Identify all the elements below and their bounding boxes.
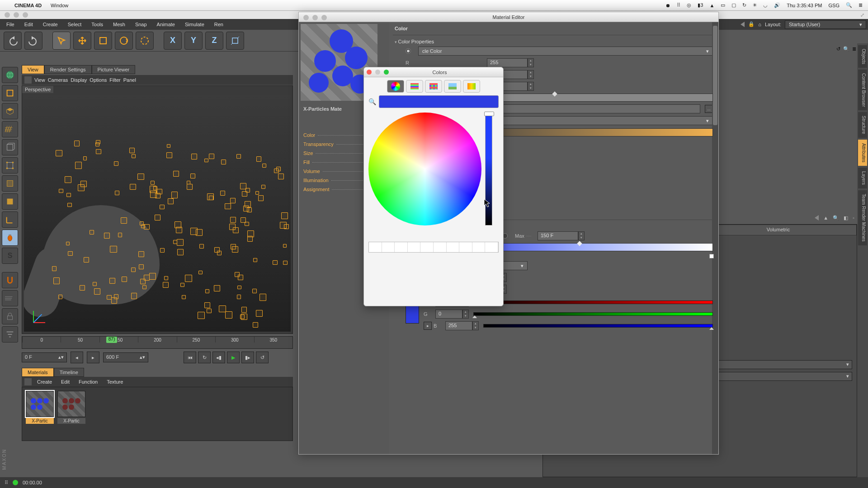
cc-icon[interactable]: ◎ (687, 2, 691, 8)
mat-edit[interactable]: Edit (57, 378, 73, 385)
redo-button[interactable] (24, 32, 42, 50)
make-editable-tool[interactable] (2, 85, 18, 101)
menu-animate[interactable]: Animate (152, 20, 179, 29)
texture-tool[interactable] (2, 121, 18, 137)
search-icon[interactable]: 🔍 (843, 46, 849, 53)
adobe-icon[interactable]: ▮3 (698, 2, 703, 8)
axis-gizmo[interactable] (33, 305, 51, 323)
brightness-strip[interactable] (485, 113, 492, 225)
material-editor-titlebar[interactable]: Material Editor (299, 12, 718, 22)
spotlight-icon[interactable]: 🔍 (846, 2, 852, 8)
tab-picture-viewer[interactable]: Picture Viewer (92, 65, 136, 74)
r-input[interactable]: 255▴▾ (487, 58, 534, 67)
lock-tool[interactable] (2, 308, 18, 324)
rtab-team-render[interactable]: Team Render Machines (858, 190, 867, 245)
tab-render-settings[interactable]: Render Settings (44, 65, 92, 74)
particle-color-dropdown[interactable]: cle Color▾ (418, 47, 713, 56)
nav-back-icon[interactable] (815, 215, 819, 221)
axis-x-toggle[interactable]: X (164, 32, 182, 50)
sync-icon[interactable]: ↻ (742, 2, 746, 8)
viewport-options-icon[interactable] (24, 76, 32, 84)
back-arrow-icon[interactable] (741, 22, 745, 27)
material-item-1[interactable]: X-Partic (26, 391, 54, 437)
select-tool[interactable] (52, 32, 71, 50)
gradient-knot-end[interactable] (709, 254, 714, 258)
mode-sliders[interactable] (406, 80, 423, 93)
filter-tool[interactable] (2, 326, 18, 343)
colors-titlebar[interactable]: Colors (364, 67, 503, 77)
material-item-2[interactable]: X-Partic (57, 391, 85, 437)
g-slider[interactable] (473, 312, 713, 316)
subheader-color-props[interactable]: Color Properties (395, 38, 713, 45)
globe-tool[interactable] (2, 67, 18, 83)
life-max-input[interactable]: 150 F▴▾ (538, 231, 585, 240)
mac-menu-window[interactable]: Window (51, 3, 68, 8)
mode-palettes[interactable] (425, 80, 442, 93)
r-slider[interactable] (473, 300, 713, 304)
menu-render[interactable]: Ren (210, 20, 228, 29)
app-name[interactable]: CINEMA 4D (14, 3, 42, 8)
color-expand-button[interactable]: ▸ (424, 322, 432, 330)
mat-function[interactable]: Function (75, 378, 101, 385)
record-icon[interactable]: ⏺ (665, 3, 670, 8)
menu-edit[interactable]: Edit (20, 20, 38, 29)
mode-wheel[interactable] (387, 80, 404, 93)
menu-file[interactable]: File (2, 20, 19, 29)
brightness-handle[interactable] (484, 112, 494, 116)
scale-tool[interactable] (94, 32, 112, 50)
volume-icon[interactable]: 🔊 (774, 2, 780, 8)
timeline-ruler[interactable]: 0 50 150 200 250 300 350 87) (22, 336, 293, 349)
mode-crayons[interactable] (463, 80, 480, 93)
reset-layout-icon[interactable]: ↺ (836, 46, 840, 53)
pin-icon[interactable]: ◦ (853, 215, 854, 221)
next-range-button[interactable]: ▸ (87, 352, 99, 363)
tab-view[interactable]: View (22, 65, 44, 74)
axis-z-toggle[interactable]: Z (205, 32, 223, 50)
color-wheel[interactable] (368, 113, 481, 225)
tab-timeline[interactable]: Timeline (54, 368, 84, 377)
prev-frame-button[interactable]: ◂▮ (212, 352, 225, 363)
mat-create[interactable]: Create (33, 378, 56, 385)
clock[interactable]: Thu 3:35:43 PM (787, 3, 822, 8)
rtab-attributes[interactable]: Attributes (858, 140, 867, 166)
dropbox-icon[interactable]: ⠿ (677, 2, 680, 8)
rtab-content[interactable]: Content Browser (858, 70, 867, 110)
mode-image[interactable] (444, 80, 461, 93)
notification-icon[interactable]: ≣ (859, 2, 863, 8)
b-slider[interactable] (483, 324, 713, 328)
color-swatch-row[interactable] (368, 242, 499, 253)
snap-enable-tool[interactable]: S (2, 248, 18, 264)
close-icon[interactable] (367, 70, 372, 75)
magnet-tool[interactable] (2, 272, 18, 288)
menu-snap[interactable]: Snap (131, 20, 151, 29)
vm-filter[interactable]: Filter (109, 77, 120, 83)
radio-particle-color[interactable] (406, 48, 411, 54)
home-icon[interactable]: ⌂ (758, 22, 761, 27)
scrollbar[interactable] (712, 22, 718, 454)
mode-icon[interactable]: ◧ (844, 215, 848, 221)
axis-tool[interactable] (2, 211, 18, 228)
edge-tool[interactable] (2, 175, 18, 192)
materials-options-icon[interactable] (24, 378, 32, 385)
viewport[interactable]: Perspective (22, 85, 293, 334)
model-tool[interactable] (2, 103, 18, 119)
display-icon[interactable]: ▢ (731, 2, 736, 8)
screens-icon[interactable]: ▭ (721, 2, 725, 8)
vm-cameras[interactable]: Cameras (48, 77, 68, 83)
flame-icon[interactable]: ▲ (709, 3, 714, 8)
wifi-icon[interactable]: ◡ (763, 2, 768, 8)
rtab-structure[interactable]: Structure (858, 112, 867, 138)
nav-up-icon[interactable]: ▲ (823, 215, 828, 221)
workplane2-tool[interactable] (2, 290, 18, 306)
workplane-tool[interactable] (2, 139, 18, 155)
vm-panel[interactable]: Panel (123, 77, 136, 83)
window-controls[interactable] (0, 9, 33, 20)
vm-view[interactable]: View (34, 77, 45, 83)
menu-simulate[interactable]: Simulate (180, 20, 209, 29)
coord-system-button[interactable] (226, 32, 244, 50)
rtab-layers[interactable]: Layers (858, 168, 867, 188)
menu-mesh[interactable]: Mesh (108, 20, 130, 29)
user-name[interactable]: GSG (829, 3, 840, 8)
prev-range-button[interactable]: ◂ (71, 352, 83, 363)
vm-display[interactable]: Display (71, 77, 87, 83)
